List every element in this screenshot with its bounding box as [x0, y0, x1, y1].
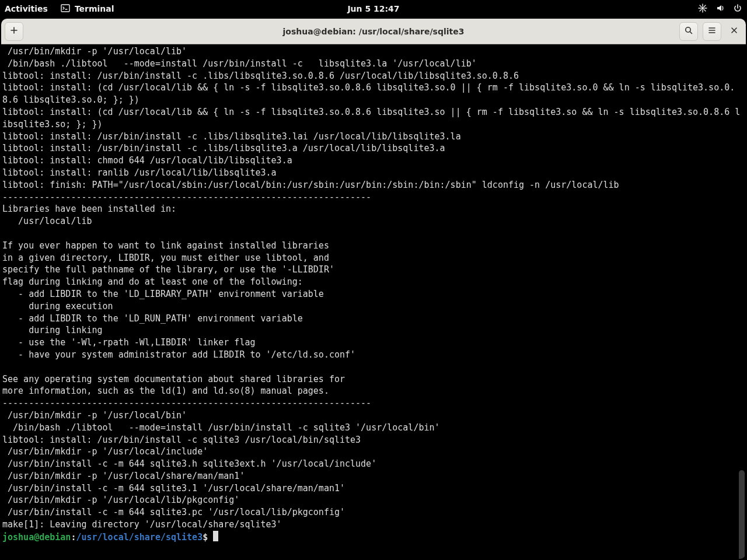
- prompt-path: /usr/local/share/sqlite3: [76, 532, 203, 542]
- plus-icon: [9, 26, 19, 37]
- app-indicator[interactable]: Terminal: [61, 4, 114, 15]
- prompt-symbol: $: [203, 532, 208, 542]
- search-button[interactable]: [679, 22, 698, 41]
- search-icon: [684, 26, 693, 37]
- hamburger-icon: [707, 26, 717, 37]
- terminal-window: joshua@debian: /usr/local/share/sqlite3 …: [1, 19, 746, 559]
- window-title: joshua@debian: /usr/local/share/sqlite3: [282, 27, 464, 36]
- activities-button[interactable]: Activities: [5, 4, 48, 13]
- network-icon[interactable]: [698, 4, 707, 15]
- gnome-topbar: Activities Terminal Jun 5 12:47: [0, 0, 747, 18]
- menu-button[interactable]: [703, 22, 721, 41]
- terminal-output: /usr/bin/mkdir -p '/usr/local/lib' /bin/…: [2, 46, 740, 530]
- new-tab-button[interactable]: [5, 22, 23, 41]
- app-label: Terminal: [75, 4, 114, 13]
- volume-icon[interactable]: [715, 4, 725, 15]
- headerbar: joshua@debian: /usr/local/share/sqlite3: [1, 19, 746, 44]
- svg-rect-0: [61, 5, 69, 12]
- terminal-icon: [61, 4, 70, 15]
- scrollbar-thumb[interactable]: [739, 470, 745, 559]
- clock[interactable]: Jun 5 12:47: [347, 4, 399, 13]
- terminal-viewport[interactable]: /usr/bin/mkdir -p '/usr/local/lib' /bin/…: [1, 44, 746, 559]
- terminal-cursor: [213, 531, 218, 541]
- svg-point-1: [701, 7, 704, 9]
- power-icon[interactable]: [733, 4, 742, 15]
- prompt-user: joshua@debian: [2, 532, 71, 542]
- close-button[interactable]: [726, 23, 742, 40]
- close-icon: [730, 26, 738, 37]
